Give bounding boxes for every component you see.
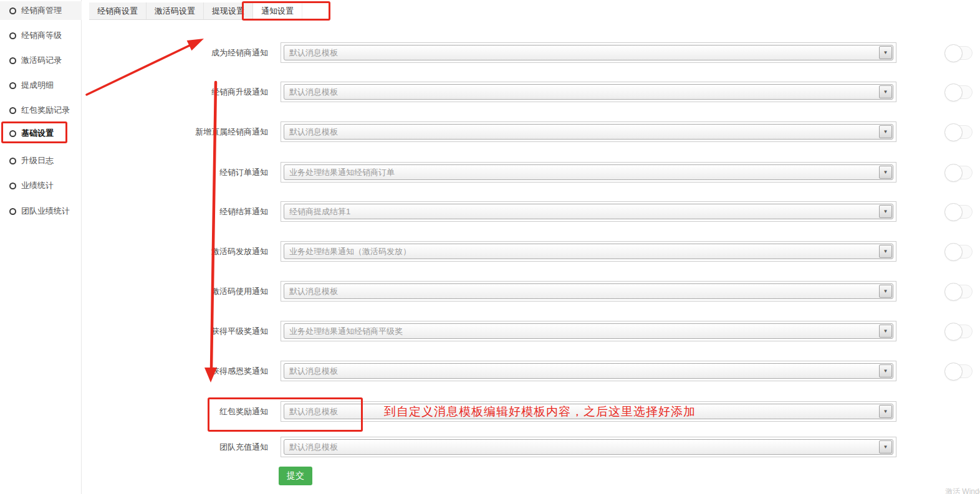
submit-button[interactable]: 提交 (279, 467, 312, 485)
tab-dealer-settings[interactable]: 经销商设置 (89, 2, 147, 20)
toggle-new-direct-dealer-notice[interactable] (945, 125, 973, 139)
toggle-knob (944, 44, 963, 62)
select-wrapper-dealer-upgrade-notice: 默认消息模板▼ (281, 82, 896, 102)
toggle-dealer-upgrade-notice[interactable] (945, 85, 973, 99)
sidebar-item-label: 升级日志 (21, 155, 54, 166)
toggle-activation-code-issue-notice[interactable] (945, 245, 973, 259)
select-gratitude-award-notice[interactable]: 默认消息模板▼ (284, 363, 893, 379)
watermark-text: 激活 Windows (945, 487, 980, 494)
field-label-red-packet-reward-notice: 红包奖励通知 (148, 401, 268, 422)
tab-withdrawal-settings[interactable]: 提现设置 (204, 2, 253, 20)
toggle-knob (944, 203, 963, 221)
radio-circle-icon (9, 130, 16, 137)
field-label-dealer-order-notice: 经销订单通知 (148, 162, 268, 183)
select-team-recharge-notice[interactable]: 默认消息模板▼ (284, 439, 893, 455)
sidebar-item-basic-settings[interactable]: 基础设置 (0, 124, 82, 143)
select-dealer-settlement-notice[interactable]: 经销商提成结算1▼ (284, 204, 893, 219)
dropdown-arrow-icon[interactable]: ▼ (879, 285, 892, 298)
select-wrapper-new-direct-dealer-notice: 默认消息模板▼ (281, 121, 896, 142)
toggle-knob (944, 323, 963, 341)
dropdown-arrow-icon[interactable]: ▼ (879, 166, 892, 179)
toggle-knob (944, 363, 963, 381)
dropdown-arrow-icon[interactable]: ▼ (879, 245, 892, 258)
sidebar-item-label: 经销商等级 (21, 30, 62, 41)
radio-circle-icon (9, 7, 16, 14)
select-value: 默认消息模板 (284, 47, 879, 59)
tab-notification-settings[interactable]: 通知设置 (253, 2, 302, 20)
select-wrapper-activation-code-use-notice: 默认消息模板▼ (281, 281, 896, 302)
radio-circle-icon (9, 32, 16, 39)
toggle-become-dealer-notice[interactable] (945, 46, 973, 60)
field-label-team-recharge-notice: 团队充值通知 (148, 437, 268, 457)
tab-label: 经销商设置 (97, 6, 138, 17)
sidebar-item-label: 基础设置 (21, 128, 54, 139)
field-label-become-dealer-notice: 成为经销商通知 (148, 42, 268, 63)
select-activation-code-use-notice[interactable]: 默认消息模板▼ (284, 283, 893, 299)
field-label-activation-code-issue-notice: 激活码发放通知 (148, 241, 268, 262)
select-become-dealer-notice[interactable]: 默认消息模板▼ (284, 45, 893, 60)
sidebar-item-dealer-management[interactable]: 经销商管理 (0, 1, 82, 20)
sidebar-item-label: 经销商管理 (21, 5, 62, 16)
select-peer-award-notice[interactable]: 业务处理结果通知经销商平级奖▼ (284, 323, 893, 339)
select-value: 默认消息模板 (284, 442, 879, 453)
dropdown-arrow-icon[interactable]: ▼ (879, 440, 892, 454)
toggle-gratitude-award-notice[interactable] (945, 364, 973, 378)
toggle-knob (944, 83, 963, 102)
sidebar-item-label: 业绩统计 (21, 180, 54, 191)
toggle-knob (944, 164, 963, 182)
dropdown-arrow-icon[interactable]: ▼ (879, 205, 892, 218)
select-value: 经销商提成结算1 (284, 206, 879, 217)
sidebar-item-upgrade-log[interactable]: 升级日志 (0, 151, 82, 170)
field-label-new-direct-dealer-notice: 新增直属经销商通知 (148, 121, 268, 142)
tab-activation-code-settings[interactable]: 激活码设置 (147, 2, 204, 20)
select-activation-code-issue-notice[interactable]: 业务处理结果通知（激活码发放）▼ (284, 244, 893, 259)
dropdown-arrow-icon[interactable]: ▼ (879, 364, 892, 378)
tab-label: 通知设置 (261, 6, 294, 17)
select-wrapper-become-dealer-notice: 默认消息模板▼ (281, 42, 896, 63)
dropdown-arrow-icon[interactable]: ▼ (879, 405, 892, 418)
sidebar-item-label: 团队业绩统计 (21, 206, 70, 217)
radio-circle-icon (9, 158, 16, 164)
radio-circle-icon (9, 57, 16, 64)
field-label-peer-award-notice: 获得平级奖通知 (148, 321, 268, 341)
toggle-dealer-order-notice[interactable] (945, 166, 973, 179)
select-value: 业务处理结果通知（激活码发放） (284, 246, 879, 257)
sidebar-item-team-performance-stats[interactable]: 团队业绩统计 (0, 202, 82, 221)
sidebar: 经销商管理经销商等级激活码记录提成明细红包奖励记录基础设置升级日志业绩统计团队业… (0, 0, 82, 494)
dropdown-arrow-icon[interactable]: ▼ (879, 46, 892, 59)
select-new-direct-dealer-notice[interactable]: 默认消息模板▼ (284, 124, 893, 140)
dropdown-arrow-icon[interactable]: ▼ (879, 325, 892, 338)
sidebar-item-performance-stats[interactable]: 业绩统计 (0, 176, 82, 195)
toggle-knob (944, 243, 963, 261)
sidebar-item-label: 提成明细 (21, 80, 54, 91)
select-dealer-upgrade-notice[interactable]: 默认消息模板▼ (284, 84, 893, 100)
radio-circle-icon (9, 183, 16, 189)
select-wrapper-gratitude-award-notice: 默认消息模板▼ (281, 361, 896, 381)
radio-circle-icon (9, 208, 16, 215)
page: 经销商管理经销商等级激活码记录提成明细红包奖励记录基础设置升级日志业绩统计团队业… (0, 0, 980, 494)
dropdown-arrow-icon[interactable]: ▼ (879, 125, 892, 138)
sidebar-item-commission-details[interactable]: 提成明细 (0, 76, 82, 95)
field-label-dealer-settlement-notice: 经销结算通知 (148, 201, 268, 222)
select-wrapper-activation-code-issue-notice: 业务处理结果通知（激活码发放）▼ (281, 241, 896, 262)
field-label-dealer-upgrade-notice: 经销商升级通知 (148, 82, 268, 102)
annotation-tip-text: 到自定义消息模板编辑好模板内容，之后这里选择好添加 (384, 404, 696, 420)
toggle-peer-award-notice[interactable] (945, 325, 973, 338)
tab-label: 提现设置 (212, 6, 244, 17)
sidebar-item-dealer-level[interactable]: 经销商等级 (0, 26, 82, 45)
toggle-dealer-settlement-notice[interactable] (945, 205, 973, 219)
dropdown-arrow-icon[interactable]: ▼ (879, 85, 892, 98)
select-value: 业务处理结果通知经销商平级奖 (284, 326, 879, 337)
select-value: 默认消息模板 (284, 87, 879, 98)
field-label-activation-code-use-notice: 激活码使用通知 (148, 281, 268, 302)
select-dealer-order-notice[interactable]: 业务处理结果通知经销商订单▼ (284, 164, 893, 180)
tab-label: 激活码设置 (155, 6, 195, 17)
toggle-knob (944, 123, 963, 141)
select-wrapper-team-recharge-notice: 默认消息模板▼ (281, 437, 896, 457)
radio-circle-icon (9, 82, 16, 89)
select-wrapper-dealer-settlement-notice: 经销商提成结算1▼ (281, 201, 896, 222)
sidebar-item-red-packet-reward-records[interactable]: 红包奖励记录 (0, 101, 82, 120)
sidebar-item-activation-code-records[interactable]: 激活码记录 (0, 51, 82, 70)
toggle-activation-code-use-notice[interactable] (945, 285, 973, 298)
sidebar-item-label: 红包奖励记录 (21, 105, 70, 116)
